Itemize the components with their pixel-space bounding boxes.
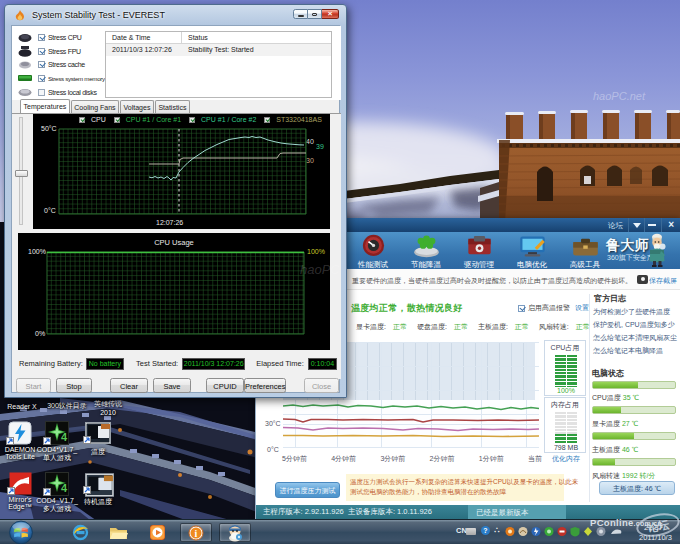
svg-text:i: i — [195, 527, 198, 538]
svg-text:4: 4 — [61, 431, 68, 443]
svg-text:4: 4 — [61, 482, 68, 494]
